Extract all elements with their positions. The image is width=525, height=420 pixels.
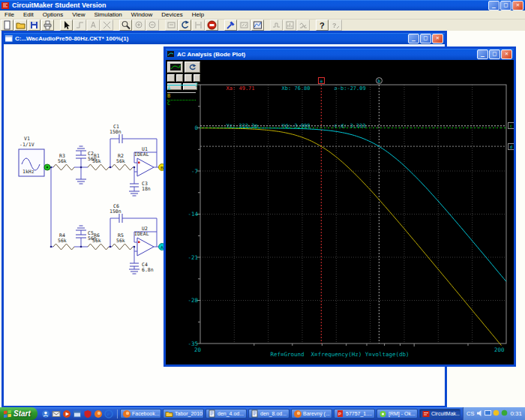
taskbar-task--rm-ok-[interactable]: [RM] - Ok... <box>376 409 418 418</box>
menu-view[interactable]: View <box>68 11 89 18</box>
ac-titlebar[interactable]: AC Analysis (Bode Plot) _ □ ✕ <box>166 49 514 60</box>
zoom-out-button[interactable] <box>146 20 159 31</box>
tray-icons <box>476 410 508 418</box>
text-tool-icon: A <box>88 20 98 30</box>
bode-plot[interactable] <box>166 60 509 360</box>
writer-doc-icon <box>208 410 216 418</box>
desktop: CircuitMaker Student Version _ □ ✕ File … <box>0 0 525 420</box>
mirror-icon <box>194 20 203 30</box>
taskbar-task-tabor-2010[interactable]: Tabor_2010 <box>163 409 204 418</box>
schematic-maximize-button[interactable]: □ <box>420 34 431 44</box>
analysis-setup-button[interactable] <box>284 20 296 31</box>
text-tool-button[interactable]: A <box>87 20 100 31</box>
taskbar-task-57757-1-[interactable]: P57757_1.... <box>334 409 375 418</box>
rotate-button[interactable] <box>178 20 191 31</box>
mirror-button[interactable] <box>192 20 205 31</box>
plot-caption: Ref=Ground X=frequency(Hz) Y=voltage(db) <box>166 351 514 358</box>
component-label: 56k <box>116 238 125 244</box>
svg-text:A: A <box>91 21 96 29</box>
y-tick-label: -14 <box>179 211 198 218</box>
media-player-quicklaunch-icon[interactable] <box>62 410 71 418</box>
taskbar-task-den-4-od-[interactable]: den_4.od... <box>206 409 247 418</box>
start-button[interactable]: Start <box>0 407 38 420</box>
trace-B[interactable] <box>200 128 502 346</box>
close-button[interactable]: ✕ <box>512 1 524 10</box>
multimeter-button[interactable] <box>238 20 250 31</box>
zoom-button[interactable] <box>119 20 132 31</box>
internet-explorer-quicklaunch-icon[interactable]: e <box>104 410 113 418</box>
menu-simulation[interactable]: Simulation <box>89 11 126 18</box>
context-help-button[interactable]: ? <box>329 20 342 31</box>
zoom-in-button[interactable] <box>133 20 146 31</box>
help-button[interactable]: ? <box>316 20 328 31</box>
cursor-a-marker[interactable]: a <box>318 77 325 84</box>
update-tray-icon[interactable] <box>493 410 500 418</box>
component-label: 150n <box>110 208 122 214</box>
taskbar-task-den-8-od-[interactable]: den_8.od... <box>248 409 290 418</box>
security-quicklaunch-icon[interactable] <box>83 410 92 418</box>
menu-devices[interactable]: Devices <box>157 11 187 18</box>
waveforms-button[interactable] <box>251 20 264 31</box>
cursor-b-marker[interactable]: b <box>376 77 382 84</box>
delete-tool-button[interactable] <box>100 20 113 31</box>
firefox-quicklaunch-icon[interactable] <box>94 410 103 418</box>
antivirus-tray-icon[interactable] <box>501 410 508 418</box>
menu-options[interactable]: Options <box>38 11 68 18</box>
logic-analyzer-button[interactable] <box>270 20 283 31</box>
ac-minimize-button[interactable]: _ <box>477 50 488 59</box>
part-edit-button[interactable] <box>165 20 178 31</box>
messenger-quicklaunch-icon[interactable] <box>41 410 50 418</box>
display-tray-icon[interactable] <box>484 410 491 418</box>
component-label: IDEAL <box>134 152 149 158</box>
trace-A[interactable] <box>200 128 506 282</box>
open-folder-button[interactable] <box>14 20 27 31</box>
volume-tray-icon[interactable] <box>476 410 483 418</box>
wire-tool-button[interactable] <box>74 20 86 31</box>
ac-maximize-button[interactable]: □ <box>489 50 500 59</box>
probe-button[interactable] <box>224 20 237 31</box>
minimize-button[interactable]: _ <box>488 1 500 10</box>
menu-file[interactable]: File <box>0 11 19 18</box>
print-button[interactable] <box>41 20 54 31</box>
ac-close-button[interactable]: ✕ <box>501 50 512 59</box>
taskbar-task-circuitmak-[interactable]: CircuitMak... <box>419 409 460 418</box>
svg-text:?: ? <box>320 21 325 30</box>
language-indicator[interactable]: CS <box>466 410 474 417</box>
writer-doc-icon <box>250 410 259 418</box>
app-title: CircuitMaker Student Version <box>10 2 488 9</box>
menu-help[interactable]: Help <box>188 11 208 18</box>
new-document-button[interactable] <box>1 20 14 31</box>
schematic-minimize-button[interactable]: _ <box>408 34 419 44</box>
component-label: 1kHz <box>22 169 34 175</box>
cursor-c-marker[interactable]: c <box>508 122 514 129</box>
explorer-shell-quicklaunch-icon[interactable] <box>73 410 82 418</box>
stop-simulation-button[interactable] <box>206 20 218 31</box>
taskbar-task-facebook-[interactable]: Facebook... <box>120 409 161 418</box>
waveforms-icon <box>253 20 262 30</box>
mdi-workspace: C:...WacAudioPre50-80Hz.CKT* 100%(1) _ □… <box>0 31 525 407</box>
mixed-signal-button[interactable] <box>297 20 310 31</box>
analysis-setup-icon <box>285 20 295 30</box>
save-button[interactable] <box>28 20 40 31</box>
select-arrow-icon <box>62 20 71 30</box>
select-arrow-button[interactable] <box>60 20 73 31</box>
taskbar-task-barevn-[interactable]: Barevný (... <box>291 409 332 418</box>
cursor-d-marker[interactable]: d <box>508 143 514 150</box>
menu-window[interactable]: Window <box>127 11 157 18</box>
save-icon <box>29 20 39 30</box>
component-label: -1/1V <box>20 142 34 148</box>
circuit-schematic: BAV1-1/1V1kHzR356kC256nR156kR256kC1150nU… <box>10 119 171 296</box>
mail-quicklaunch-icon[interactable] <box>52 410 61 418</box>
schematic-titlebar[interactable]: C:...WacAudioPre50-80Hz.CKT* 100%(1) _ □… <box>4 33 445 44</box>
logic-analyzer-icon <box>272 20 281 30</box>
task-buttons: Facebook...Tabor_2010den_4.od...den_8.od… <box>118 409 463 418</box>
folder-icon <box>165 410 173 418</box>
schematic-close-button[interactable]: ✕ <box>432 34 443 44</box>
component-label: 150n <box>110 129 122 135</box>
maximize-button[interactable]: □ <box>500 1 512 10</box>
probe-icon <box>226 20 236 30</box>
part-edit-icon <box>166 20 176 30</box>
menu-edit[interactable]: Edit <box>19 11 38 18</box>
component-label: 56k <box>116 158 125 164</box>
y-tick-label: -21 <box>179 254 198 261</box>
